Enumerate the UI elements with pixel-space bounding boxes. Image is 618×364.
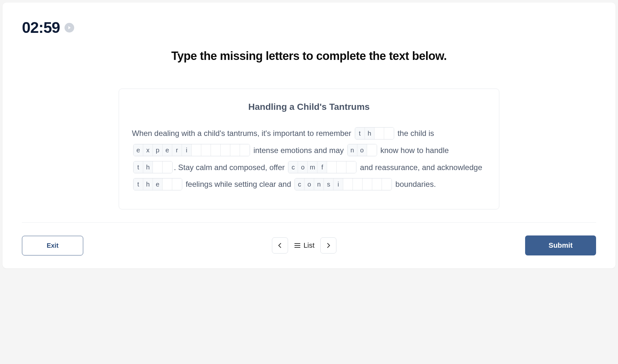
passage-text: When dealing with a child's tantrums, it… xyxy=(132,129,354,138)
letter-cell-blank[interactable] xyxy=(211,144,221,156)
letter-cell-blank[interactable] xyxy=(363,178,372,190)
letter-cell-prefilled: n xyxy=(314,178,324,190)
letter-input-group[interactable]: consi xyxy=(294,178,392,190)
letter-cell-prefilled: h xyxy=(365,128,374,139)
letter-input-group[interactable]: experi xyxy=(133,144,250,156)
list-button[interactable]: List xyxy=(294,241,314,250)
letter-input-group[interactable]: th xyxy=(355,127,394,139)
passage-text: intense emotions and may xyxy=(251,146,346,155)
chevron-right-icon xyxy=(326,242,331,249)
letter-cell-blank[interactable] xyxy=(221,144,230,156)
letter-cell-prefilled: e xyxy=(134,144,143,156)
timer-display: 02:59 xyxy=(22,19,60,36)
letter-cell-prefilled: h xyxy=(143,178,153,190)
letter-cell-blank[interactable] xyxy=(153,161,163,173)
passage-text: and reassurance, and acknowledge xyxy=(358,163,482,172)
letter-cell-prefilled: i xyxy=(182,144,192,156)
letter-cell-blank[interactable] xyxy=(384,128,394,139)
letter-cell-blank[interactable] xyxy=(374,128,384,139)
letter-cell-prefilled: o xyxy=(357,144,367,156)
footer: Exit List Submit xyxy=(22,235,596,255)
letter-cell-prefilled: c xyxy=(295,178,304,190)
letter-cell-blank[interactable] xyxy=(201,144,211,156)
exercise-box: Handling a Child's Tantrums When dealing… xyxy=(119,89,499,209)
letter-cell-blank[interactable] xyxy=(346,161,356,173)
letter-cell-prefilled: t xyxy=(134,178,143,190)
letter-input-group[interactable]: th xyxy=(133,161,173,173)
letter-cell-blank[interactable] xyxy=(343,178,353,190)
submit-button[interactable]: Submit xyxy=(525,235,596,255)
letter-cell-prefilled: e xyxy=(153,178,163,190)
letter-cell-prefilled: t xyxy=(134,161,143,173)
letter-cell-prefilled: i xyxy=(334,178,343,190)
prev-button[interactable] xyxy=(272,237,288,254)
chevron-left-icon xyxy=(277,242,283,249)
passage-text: know how to handle xyxy=(378,146,449,155)
letter-cell-prefilled: t xyxy=(355,128,365,139)
letter-cell-prefilled: h xyxy=(143,161,153,173)
letter-cell-prefilled: m xyxy=(308,161,317,173)
exercise-passage: When dealing with a child's tantrums, it… xyxy=(132,125,486,193)
instruction-text: Type the missing letters to complete the… xyxy=(22,49,596,63)
passage-text: the child is xyxy=(395,129,434,138)
letter-cell-prefilled: n xyxy=(348,144,357,156)
letter-cell-prefilled: o xyxy=(298,161,308,173)
letter-cell-blank[interactable] xyxy=(353,178,363,190)
letter-cell-blank[interactable] xyxy=(372,178,382,190)
letter-cell-prefilled: s xyxy=(324,178,334,190)
letter-cell-blank[interactable] xyxy=(163,178,172,190)
passage-text: boundaries. xyxy=(393,180,436,188)
letter-cell-prefilled: c xyxy=(288,161,298,173)
letter-cell-blank[interactable] xyxy=(337,161,346,173)
question-card: 02:59 Type the missing letters to comple… xyxy=(3,3,615,268)
letter-cell-blank[interactable] xyxy=(240,144,250,156)
letter-cell-blank[interactable] xyxy=(192,144,201,156)
letter-cell-blank[interactable] xyxy=(382,178,392,190)
letter-cell-prefilled: f xyxy=(317,161,327,173)
exit-button[interactable]: Exit xyxy=(22,236,83,255)
nav-group: List xyxy=(272,237,336,254)
exercise-title: Handling a Child's Tantrums xyxy=(132,102,486,112)
letter-cell-prefilled: o xyxy=(304,178,314,190)
letter-cell-blank[interactable] xyxy=(163,161,172,173)
list-label: List xyxy=(304,241,314,250)
passage-text: feelings while setting clear and xyxy=(184,180,293,188)
letter-cell-prefilled: x xyxy=(143,144,153,156)
play-timer-button[interactable] xyxy=(65,23,74,33)
letter-cell-prefilled: p xyxy=(153,144,163,156)
letter-cell-blank[interactable] xyxy=(327,161,337,173)
timer-row: 02:59 xyxy=(22,19,596,36)
letter-cell-blank[interactable] xyxy=(230,144,240,156)
letter-cell-blank[interactable] xyxy=(172,178,182,190)
list-icon xyxy=(294,243,301,248)
letter-input-group[interactable]: the xyxy=(133,178,182,190)
letter-cell-prefilled: r xyxy=(172,144,182,156)
divider xyxy=(22,222,596,223)
next-button[interactable] xyxy=(320,237,336,254)
letter-input-group[interactable]: no xyxy=(347,144,377,156)
passage-text: . Stay calm and composed, offer xyxy=(174,163,287,172)
letter-cell-prefilled: e xyxy=(163,144,172,156)
letter-input-group[interactable]: comf xyxy=(288,161,356,173)
letter-cell-blank[interactable] xyxy=(367,144,377,156)
play-icon xyxy=(67,26,71,30)
